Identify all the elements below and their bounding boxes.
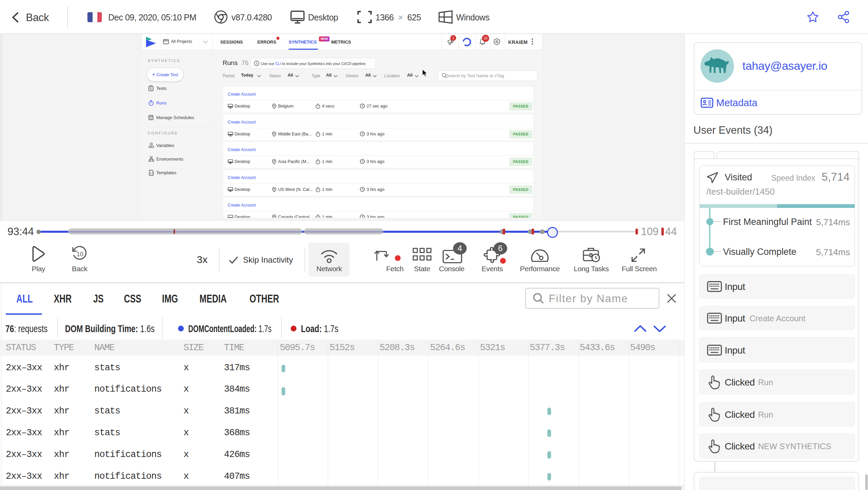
svg-text:10: 10: [77, 251, 83, 258]
